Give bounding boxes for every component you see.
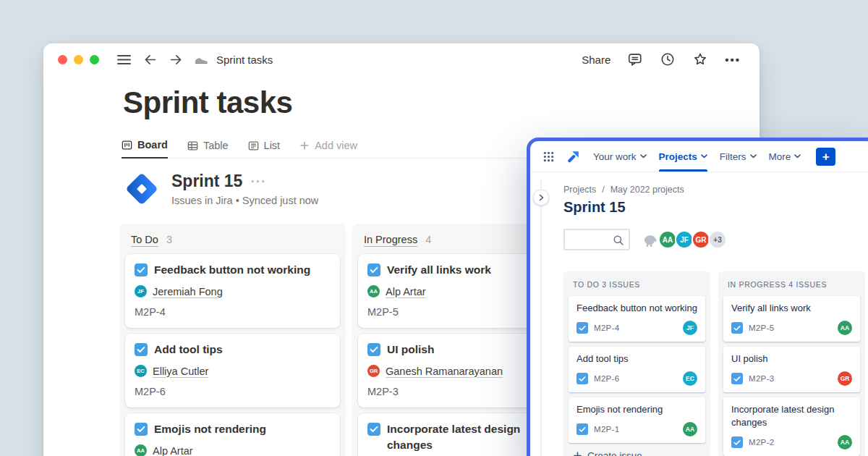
assignee-link[interactable]: Ganesh Ramanarayanan xyxy=(386,366,503,377)
issue-id: M2P-1 xyxy=(594,425,619,434)
jira-card[interactable]: Emojis not rendering M2P-1 AA xyxy=(569,397,705,443)
checked-checkbox-icon[interactable] xyxy=(367,263,380,276)
create-issue-button[interactable]: Create issue xyxy=(569,443,705,456)
card-title: Verify all links work xyxy=(387,262,491,278)
avatar: AA xyxy=(135,444,147,456)
window-title: Sprint tasks xyxy=(216,54,273,66)
more-options-button[interactable]: ••• xyxy=(725,54,741,66)
card-title: UI polish xyxy=(387,342,434,358)
nav-filters[interactable]: Filters xyxy=(720,141,757,172)
avatar: JF xyxy=(135,285,147,297)
notion-card[interactable]: Add tool tips EC Elliya Cutler M2P-6 xyxy=(125,334,340,408)
task-type-icon xyxy=(731,436,743,448)
share-button[interactable]: Share xyxy=(582,54,610,66)
card-title: Add tool tips xyxy=(576,352,697,366)
sneaker-page-icon xyxy=(195,54,208,65)
card-title: Verify all links work xyxy=(731,302,852,315)
checked-checkbox-icon[interactable] xyxy=(135,263,148,276)
issue-id: M2P-2 xyxy=(749,438,774,447)
notion-titlebar: Sprint tasks Share ••• xyxy=(43,43,760,75)
avatar[interactable]: JF xyxy=(683,321,697,335)
chevron-down-icon xyxy=(701,154,707,159)
notion-column-todo: To Do 3 Feedback button not working JF J… xyxy=(119,224,346,456)
issue-id: M2P-5 xyxy=(749,324,774,332)
minimize-button[interactable] xyxy=(74,55,83,64)
checked-checkbox-icon[interactable] xyxy=(367,423,380,436)
jira-logo-icon xyxy=(124,172,159,206)
sync-more-button[interactable]: ··· xyxy=(250,174,266,190)
search-box[interactable] xyxy=(563,229,630,250)
history-clock-icon[interactable] xyxy=(660,51,676,67)
nav-label: Projects xyxy=(659,151,697,162)
forward-arrow-icon[interactable] xyxy=(169,52,184,67)
elephant-avatar[interactable] xyxy=(641,230,660,249)
assignee-link[interactable]: Elliya Cutler xyxy=(153,366,208,377)
breadcrumb-projects[interactable]: Projects xyxy=(563,185,596,195)
jira-board: TO DO 3 ISSUES Feedback button not worki… xyxy=(563,271,865,456)
card-title: UI polish xyxy=(731,352,852,366)
issue-id: M2P-3 xyxy=(749,374,774,383)
avatar[interactable]: AA xyxy=(838,321,852,335)
favorite-star-icon[interactable] xyxy=(692,51,708,67)
avatar-group: AA JF GR +3 xyxy=(641,230,727,249)
add-view-button[interactable]: Add view xyxy=(299,140,357,158)
checked-checkbox-icon[interactable] xyxy=(367,343,380,356)
avatar[interactable]: GR xyxy=(838,371,852,386)
avatar: EC xyxy=(135,365,147,377)
nav-label: More xyxy=(769,151,791,162)
app-switcher-grid-icon[interactable] xyxy=(543,151,554,162)
jira-card[interactable]: Verify all links work M2P-5 AA xyxy=(723,296,860,342)
assignee-link[interactable]: Jeremiah Fong xyxy=(153,286,223,297)
jira-card[interactable]: Incorporate latest design changes M2P-2 … xyxy=(723,397,860,456)
column-count: 3 xyxy=(166,234,172,245)
nav-more[interactable]: More xyxy=(769,141,801,172)
avatar[interactable]: EC xyxy=(683,371,697,386)
tab-board[interactable]: Board xyxy=(122,139,168,159)
tab-table[interactable]: Table xyxy=(187,140,229,158)
column-header: TO DO 3 ISSUES xyxy=(569,276,705,296)
page-title[interactable]: Sprint tasks xyxy=(123,84,760,122)
jira-card[interactable]: Feedback button not working M2P-4 JF xyxy=(569,296,705,342)
card-title: Add tool tips xyxy=(154,342,223,358)
jira-card[interactable]: UI polish M2P-3 GR xyxy=(723,347,860,392)
chevron-down-icon xyxy=(640,154,647,159)
comments-icon[interactable] xyxy=(627,51,643,67)
avatar-overflow[interactable]: +3 xyxy=(708,230,727,249)
notion-card[interactable]: Emojis not rendering AA Alp Artar xyxy=(125,413,340,456)
expand-sidebar-button[interactable] xyxy=(533,190,549,206)
back-arrow-icon[interactable] xyxy=(142,52,158,67)
issue-id: M2P-6 xyxy=(135,384,331,399)
card-title: Incorporate latest design changes xyxy=(731,403,852,429)
nav-projects[interactable]: Projects xyxy=(659,141,707,172)
add-view-label: Add view xyxy=(315,140,357,151)
column-name[interactable]: To Do xyxy=(131,234,158,245)
column-name[interactable]: In Progress xyxy=(364,234,417,245)
tab-table-label: Table xyxy=(203,140,229,151)
assignee-link[interactable]: Alp Artar xyxy=(386,286,426,297)
jira-card[interactable]: Add tool tips M2P-6 EC xyxy=(569,347,705,392)
jira-logo-icon[interactable] xyxy=(566,149,581,164)
checked-checkbox-icon[interactable] xyxy=(135,343,148,356)
avatar[interactable]: AA xyxy=(683,422,697,436)
breadcrumb-separator: / xyxy=(602,185,604,195)
zoom-button[interactable] xyxy=(90,55,99,64)
breadcrumb-project-name[interactable]: May 2022 projects xyxy=(610,185,684,195)
task-type-icon xyxy=(576,322,588,334)
create-issue-label: Create issue xyxy=(587,450,642,456)
hamburger-menu-icon[interactable] xyxy=(116,54,132,66)
tab-list[interactable]: List xyxy=(248,140,281,158)
sync-title: Sprint 15 xyxy=(171,172,242,191)
nav-your-work[interactable]: Your work xyxy=(593,141,647,172)
avatar: AA xyxy=(367,285,380,297)
jira-window: Your work Projects Filters More + Projec… xyxy=(527,138,868,456)
board-toolbar: AA JF GR +3 xyxy=(563,229,727,250)
checked-checkbox-icon[interactable] xyxy=(135,423,148,436)
notion-card[interactable]: Feedback button not working JF Jeremiah … xyxy=(125,254,340,328)
assignee-link[interactable]: Alp Artar xyxy=(153,445,193,456)
chevron-down-icon xyxy=(750,154,757,159)
avatar[interactable]: AA xyxy=(838,435,852,449)
close-button[interactable] xyxy=(58,55,67,64)
avatar: GR xyxy=(367,365,380,377)
create-button[interactable]: + xyxy=(816,148,835,166)
plus-icon xyxy=(573,451,582,456)
